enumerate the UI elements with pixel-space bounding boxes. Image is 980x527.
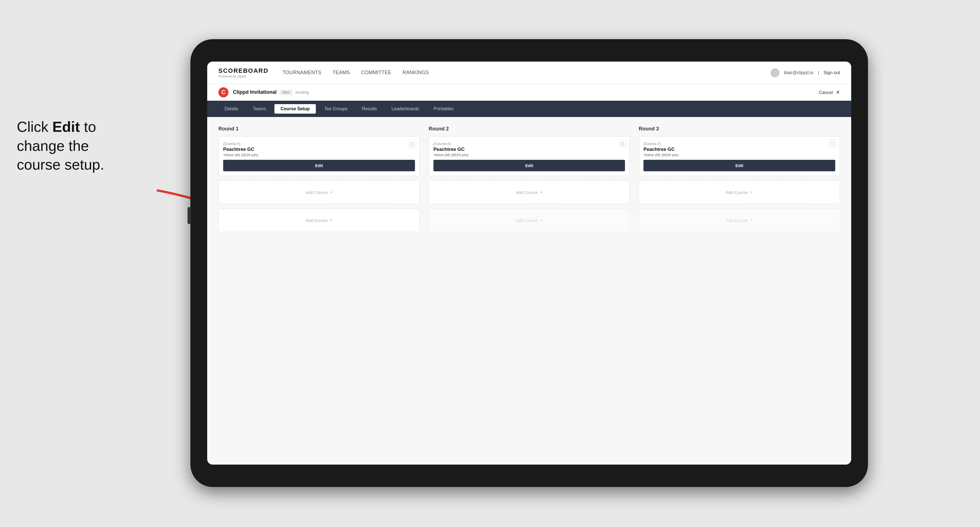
round-2-course-card: (Course A) ☐ Peachtree GC Yellow (M) (66… bbox=[429, 136, 630, 176]
add-course-label: Add Course bbox=[305, 218, 328, 223]
nav-tournaments[interactable]: TOURNAMENTS bbox=[283, 68, 321, 77]
top-nav-right: blair@clippd.io | Sign out bbox=[770, 68, 840, 77]
user-email: blair@clippd.io bbox=[784, 70, 813, 75]
plus-icon: + bbox=[330, 190, 332, 195]
round-1-delete-button[interactable]: ☐ bbox=[408, 140, 416, 148]
plus-icon: + bbox=[750, 190, 753, 195]
tabs-bar: Details Teams Course Setup Tee Groups Re… bbox=[207, 101, 851, 117]
round-1-course-label: (Course A) bbox=[223, 141, 240, 146]
rounds-grid: Round 1 (Course A) ☐ Peachtree GC Yellow… bbox=[218, 126, 840, 237]
cancel-button[interactable]: Cancel ✕ bbox=[819, 89, 840, 95]
round-1-add-course-1[interactable]: Add Course + bbox=[218, 181, 420, 204]
logo-area: SCOREBOARD Powered by clippd bbox=[218, 67, 269, 78]
round-2-course-name: Peachtree GC bbox=[433, 147, 625, 152]
round-2-add-course-1[interactable]: Add Course + bbox=[429, 181, 630, 204]
top-nav: SCOREBOARD Powered by clippd TOURNAMENTS… bbox=[207, 62, 851, 84]
plus-icon: + bbox=[330, 218, 332, 223]
tab-course-setup[interactable]: Course Setup bbox=[274, 104, 316, 114]
logo-scoreboard: SCOREBOARD bbox=[218, 67, 269, 75]
round-3-add-course-1[interactable]: Add Course + bbox=[639, 181, 840, 204]
add-course-label: Add Course bbox=[305, 190, 328, 195]
round-1-title: Round 1 bbox=[218, 126, 420, 132]
tablet-frame: SCOREBOARD Powered by clippd TOURNAMENTS… bbox=[190, 39, 868, 487]
round-3-edit-button[interactable]: Edit bbox=[643, 160, 835, 171]
tab-leaderboards[interactable]: Leaderboards bbox=[385, 104, 425, 114]
round-2-add-course-2: Add Course + bbox=[429, 208, 630, 232]
add-course-label: Add Course bbox=[516, 218, 538, 223]
hosting-label: Hosting bbox=[295, 90, 309, 95]
user-avatar bbox=[770, 68, 780, 77]
sign-out-link[interactable]: Sign out bbox=[824, 70, 840, 75]
tournament-logo-icon: C bbox=[218, 87, 229, 97]
tab-results[interactable]: Results bbox=[356, 104, 383, 114]
add-course-label: Add Course bbox=[516, 190, 538, 195]
nav-links: TOURNAMENTS TEAMS COMMITTEE RANKINGS bbox=[283, 68, 770, 77]
round-3-title: Round 3 bbox=[639, 126, 840, 132]
nav-rankings[interactable]: RANKINGS bbox=[402, 68, 429, 77]
round-2-course-label: (Course A) bbox=[433, 141, 451, 146]
sub-header: C Clippd Invitational Men Hosting Cancel… bbox=[207, 84, 851, 101]
round-3-course-card: (Course A) ☐ Peachtree GC Yellow (M) (66… bbox=[639, 136, 840, 176]
nav-divider: | bbox=[818, 70, 819, 75]
round-1-edit-button[interactable]: Edit bbox=[223, 160, 415, 171]
round-3-course-name: Peachtree GC bbox=[643, 147, 835, 152]
tab-details[interactable]: Details bbox=[218, 104, 245, 114]
round-2-course-detail: Yellow (M) (6629 yds) bbox=[433, 153, 625, 157]
main-content: Round 1 (Course A) ☐ Peachtree GC Yellow… bbox=[207, 117, 851, 465]
annotation-bold: Edit bbox=[52, 119, 80, 135]
plus-icon: + bbox=[540, 190, 542, 195]
round-1-course-card: (Course A) ☐ Peachtree GC Yellow (M) (66… bbox=[218, 136, 420, 176]
logo-subtitle: Powered by clippd bbox=[218, 75, 269, 78]
plus-icon: + bbox=[750, 218, 753, 223]
round-3-course-label: (Course A) bbox=[643, 141, 661, 146]
round-3-column: Round 3 (Course A) ☐ Peachtree GC Yellow… bbox=[639, 126, 840, 237]
tab-teams[interactable]: Teams bbox=[247, 104, 272, 114]
round-1-column: Round 1 (Course A) ☐ Peachtree GC Yellow… bbox=[218, 126, 420, 237]
add-course-label: Add Course bbox=[726, 190, 748, 195]
round-2-column: Round 2 (Course A) ☐ Peachtree GC Yellow… bbox=[429, 126, 630, 237]
tab-tee-groups[interactable]: Tee Groups bbox=[318, 104, 354, 114]
round-3-delete-button[interactable]: ☐ bbox=[829, 140, 836, 148]
nav-teams[interactable]: TEAMS bbox=[332, 68, 350, 77]
add-course-label: Add Course bbox=[726, 218, 748, 223]
round-1-add-course-2[interactable]: Add Course + bbox=[218, 208, 420, 232]
tab-printables[interactable]: Printables bbox=[428, 104, 460, 114]
round-1-course-name: Peachtree GC bbox=[223, 147, 415, 152]
nav-committee[interactable]: COMMITTEE bbox=[361, 68, 391, 77]
gender-badge: Men bbox=[280, 90, 293, 95]
round-3-course-detail: Yellow (M) (6629 yds) bbox=[643, 153, 835, 157]
plus-icon: + bbox=[540, 218, 542, 223]
round-2-edit-button[interactable]: Edit bbox=[433, 160, 625, 171]
tournament-name: Clippd Invitational bbox=[233, 89, 277, 95]
tablet-screen: SCOREBOARD Powered by clippd TOURNAMENTS… bbox=[207, 62, 851, 465]
round-1-course-detail: Yellow (M) (6629 yds) bbox=[223, 153, 415, 157]
round-2-title: Round 2 bbox=[429, 126, 630, 132]
round-2-delete-button[interactable]: ☐ bbox=[618, 140, 626, 148]
annotation-text: Click Edit tochange thecourse setup. bbox=[17, 117, 179, 175]
round-3-add-course-2: Add Course + bbox=[639, 208, 840, 232]
